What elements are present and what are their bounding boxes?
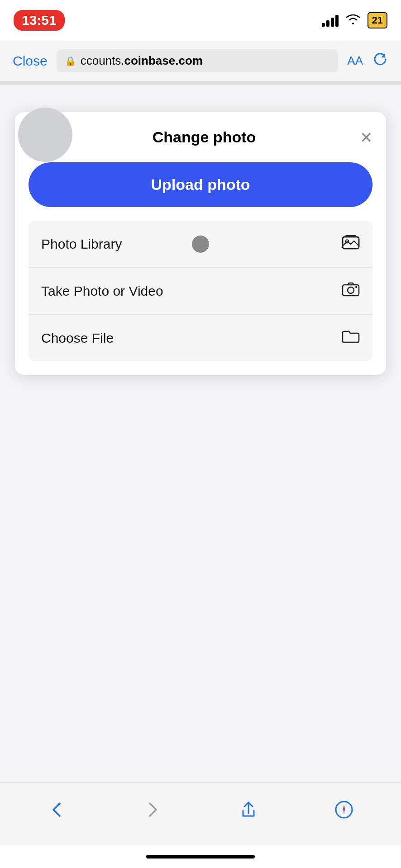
refresh-icon[interactable] xyxy=(372,51,388,71)
close-button[interactable]: Close xyxy=(13,53,48,69)
choose-file-label: Choose File xyxy=(41,330,114,346)
svg-point-7 xyxy=(355,286,357,288)
status-bar: 13:51 21 xyxy=(0,0,401,41)
svg-rect-1 xyxy=(343,237,359,249)
folder-icon xyxy=(342,328,360,348)
back-button[interactable] xyxy=(39,792,75,828)
signal-icon xyxy=(322,14,339,27)
change-photo-dialog: Change photo ✕ Upload photo Photo Librar… xyxy=(15,112,386,375)
upload-photo-button[interactable]: Upload photo xyxy=(29,162,372,207)
choose-file-item[interactable]: Choose File xyxy=(29,315,372,361)
battery-icon: 21 xyxy=(368,12,387,28)
share-button[interactable] xyxy=(230,792,267,828)
lock-icon: 🔒 xyxy=(65,56,76,66)
url-text: ccounts.coinbase.com xyxy=(81,54,203,68)
dialog-title: Change photo xyxy=(48,128,360,146)
take-photo-label: Take Photo or Video xyxy=(41,283,163,299)
status-icons: 21 xyxy=(322,12,387,28)
photo-library-icon xyxy=(342,234,360,254)
dialog-header: Change photo ✕ xyxy=(29,128,372,146)
photo-library-label: Photo Library xyxy=(41,236,122,252)
compass-button[interactable] xyxy=(326,792,362,828)
camera-icon xyxy=(342,281,360,301)
bottom-nav xyxy=(0,782,401,845)
photo-library-item[interactable]: Photo Library xyxy=(29,221,372,268)
status-time: 13:51 xyxy=(14,10,65,31)
aa-button[interactable]: AA xyxy=(347,54,363,68)
forward-button[interactable] xyxy=(134,792,171,828)
home-indicator xyxy=(0,845,401,868)
avatar xyxy=(18,108,72,162)
url-bar: 🔒 ccounts.coinbase.com xyxy=(57,49,339,72)
take-photo-item[interactable]: Take Photo or Video xyxy=(29,268,372,315)
svg-point-6 xyxy=(348,287,354,293)
svg-rect-4 xyxy=(345,235,356,237)
wifi-icon xyxy=(345,13,361,28)
main-content: Change photo ✕ Upload photo Photo Librar… xyxy=(0,85,401,782)
close-dialog-button[interactable]: ✕ xyxy=(360,130,372,145)
menu-list: Photo Library Take Photo or Video xyxy=(29,221,372,361)
svg-rect-2 xyxy=(343,237,359,249)
page-separator xyxy=(0,81,401,85)
home-bar xyxy=(146,855,255,859)
drag-dot xyxy=(192,236,209,253)
browser-nav: Close 🔒 ccounts.coinbase.com AA xyxy=(0,41,401,81)
